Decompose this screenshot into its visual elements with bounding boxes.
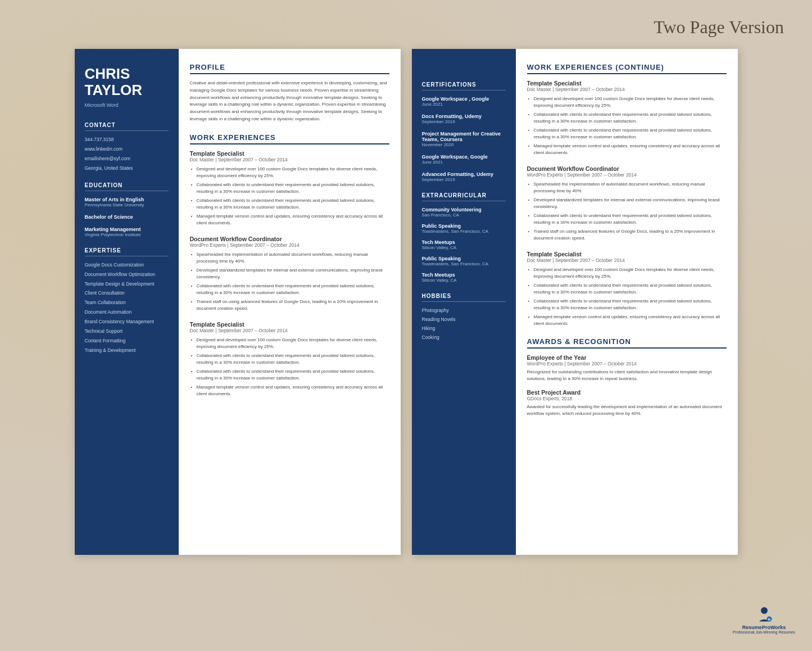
cert-1: Docs Formatting, Udemy September 2019 <box>422 114 506 124</box>
p2-job-company-1: WordPro Experts | September 2007 – Octob… <box>527 172 727 178</box>
p2-job-bullet-0-3: Managed template version control and upd… <box>527 143 727 156</box>
svg-point-0 <box>761 607 768 614</box>
page1-sidebar: CHRIS TAYLOR Microsoft Word CONTACT 344.… <box>75 49 179 555</box>
skill-5: Document Automation <box>85 309 169 316</box>
job-title-2: Template Specialist <box>190 321 389 328</box>
edu-item-1: Bachelor of Science <box>85 214 169 220</box>
job-bullet-0-2: Collaborated with clients to understand … <box>190 197 389 211</box>
job-bullet-1-1: Developed standardized templates for int… <box>190 267 389 281</box>
p2-job-bullet-2-1: Collaborated with clients to understand … <box>527 282 727 296</box>
skill-1: Document Workflow Optimization <box>85 272 169 278</box>
p2-job-bullet-2-3: Managed template version control and upd… <box>527 314 727 327</box>
pages-container: CHRIS TAYLOR Microsoft Word CONTACT 344.… <box>11 49 801 555</box>
job-title-1: Document Workflow Coordinator <box>190 236 389 242</box>
skill-8: Content Formatting <box>85 338 169 345</box>
hobby-2: Hiking <box>422 326 506 331</box>
p2-job-title-2: Template Specialist <box>527 251 727 257</box>
award-company-0: WordPro Experts | September 2007 – Octob… <box>527 361 727 367</box>
page2-sidebar: CERTIFICATIONS Google Workspace , Google… <box>412 49 516 555</box>
page-title: Two Page Version <box>11 11 801 49</box>
extra-1: Public Speaking Toastmasters, San Franci… <box>422 223 506 234</box>
extra-section-title: EXTRACURRICULAR <box>422 192 506 201</box>
job-bullet-1-3: Trained staff on using advanced features… <box>190 299 389 312</box>
svg-text:R: R <box>768 618 770 621</box>
skill-3: Client Consultation <box>85 290 169 297</box>
job-bullet-2-3: Managed template version control and upd… <box>190 384 389 397</box>
contact-phone: 344.737.3158 <box>85 137 169 143</box>
awards-heading: AWARDS & RECOGNITION <box>527 337 727 349</box>
hobby-0: Photography <box>422 308 506 313</box>
extra-3: Public Speaking Toastmasters, San Franci… <box>422 256 506 266</box>
job-bullet-1-2: Collaborated with clients to understand … <box>190 283 389 296</box>
p2-job-bullet-0-1: Collaborated with clients to understand … <box>527 111 727 125</box>
resume-pro-works-icon: R <box>756 605 773 622</box>
education-list: Master of Arts in English Pennsylvania S… <box>85 197 169 237</box>
p2-job-bullet-1-3: Trained staff on using advanced features… <box>527 228 727 242</box>
p2-job-title-1: Document Workflow Coordinator <box>527 165 727 172</box>
cert-3: Google Workspace, Google June 2021 <box>422 154 506 165</box>
job-bullet-0-0: Designed and developed over 100 custom G… <box>190 166 389 179</box>
contact-email: emailishere@syf.com <box>85 156 169 162</box>
p2-job-bullet-0-2: Collaborated with clients to understand … <box>527 127 727 141</box>
hobby-3: Cooking <box>422 334 506 340</box>
skill-2: Template Design & Development <box>85 281 169 288</box>
footer-logo-name: ResumeProWorks <box>733 625 795 630</box>
work-heading: WORK EXPERIENCES <box>190 133 389 144</box>
p2-job-title-0: Template Specialist <box>527 80 727 87</box>
skill-6: Brand Consistency Management <box>85 319 169 326</box>
extra-2: Tech Meetups Silicon Valley, CA <box>422 239 506 250</box>
sidebar-subtitle: Microsoft Word <box>85 102 169 108</box>
p2-job-block-2: Template Specialist Doc Master | Septemb… <box>527 251 727 327</box>
p2-job-bullet-2-0: Designed and developed over 100 custom G… <box>527 266 727 280</box>
p2-job-bullet-1-2: Collaborated with clients to understand … <box>527 213 727 226</box>
job-company-1: WordPro Experts | September 2007 – Octob… <box>190 242 389 248</box>
job-bullet-1-0: Spearheaded the implementation of automa… <box>190 251 389 265</box>
contact-linkedin: www.linkedin.com <box>85 146 169 153</box>
job-title-0: Template Specialist <box>190 150 389 157</box>
job-bullet-2-0: Designed and developed over 100 custom G… <box>190 337 389 350</box>
work-continue-heading: WORK EXPERIENCES (CONTINUE) <box>527 63 727 74</box>
expertise-section-title: EXPERTISE <box>85 247 169 256</box>
hobbies-list: Photography Reading Novels Hiking Cookin… <box>422 308 506 340</box>
skill-0: Google Docs Customization <box>85 262 169 269</box>
contact-section-title: CONTACT <box>85 122 169 131</box>
p2-job-bullet-1-0: Spearheaded the implementation of automa… <box>527 181 727 195</box>
p2-job-company-2: Doc Master | September 2007 – October 20… <box>527 257 727 263</box>
cert-0: Google Workspace , Google June 2021 <box>422 96 506 107</box>
p2-job-block-1: Document Workflow Coordinator WordPro Ex… <box>527 165 727 242</box>
page2-main: WORK EXPERIENCES (CONTINUE) Template Spe… <box>516 49 738 555</box>
skill-9: Training & Development <box>85 347 169 354</box>
cert-2: Project Management for Creative Teams, C… <box>422 131 506 147</box>
cert-4: Advanced Formatting, Udemy September 201… <box>422 171 506 182</box>
award-desc-1: Awarded for successfully leading the dev… <box>527 404 727 417</box>
p2-job-bullet-2-2: Collaborated with clients to understand … <box>527 298 727 311</box>
extra-0: Community Volunteering San Francisco, CA <box>422 207 506 218</box>
award-desc-0: Recognized for outstanding contributions… <box>527 369 727 382</box>
award-title-1: Best Project Award <box>527 389 727 396</box>
hobbies-section-title: HOBBIES <box>422 293 506 302</box>
job-block-1: Document Workflow Coordinator WordPro Ex… <box>190 236 389 312</box>
job-block-2: Template Specialist Doc Master | Septemb… <box>190 321 389 397</box>
resume-page-2: CERTIFICATIONS Google Workspace , Google… <box>412 49 738 555</box>
footer-logo-sub: Professional Job-Winning Resumes <box>733 630 795 634</box>
edu-item-0: Master of Arts in English Pennsylvania S… <box>85 197 169 207</box>
job-company-0: Doc Master | September 2007 – October 20… <box>190 157 389 162</box>
contact-location: Georgia, United States <box>85 165 169 172</box>
profile-heading: PROFILE <box>190 63 389 74</box>
job-company-2: Doc Master | September 2007 – October 20… <box>190 328 389 333</box>
hobby-1: Reading Novels <box>422 317 506 322</box>
edu-item-2: Marketing Management Virginia Polytechni… <box>85 227 169 237</box>
award-company-1: GDocs Experts, 2018 <box>527 396 727 401</box>
footer-logo: R ResumeProWorks Professional Job-Winnin… <box>733 605 795 634</box>
skill-7: Technical Support <box>85 328 169 335</box>
expertise-list: Google Docs Customization Document Workf… <box>85 262 169 354</box>
p2-job-bullet-1-1: Developed standardized templates for int… <box>527 197 727 210</box>
education-section-title: EDUCATION <box>85 182 169 191</box>
job-bullet-2-2: Collaborated with clients to understand … <box>190 368 389 382</box>
award-1: Best Project Award GDocs Experts, 2018 A… <box>527 389 727 417</box>
extra-list: Community Volunteering San Francisco, CA… <box>422 207 506 283</box>
resume-page-1: CHRIS TAYLOR Microsoft Word CONTACT 344.… <box>75 49 401 555</box>
award-0: Employee of the Year WordPro Experts | S… <box>527 354 727 382</box>
job-bullet-2-1: Collaborated with clients to understand … <box>190 352 389 366</box>
p2-job-company-0: Doc Master | September 2007 – October 20… <box>527 87 727 92</box>
